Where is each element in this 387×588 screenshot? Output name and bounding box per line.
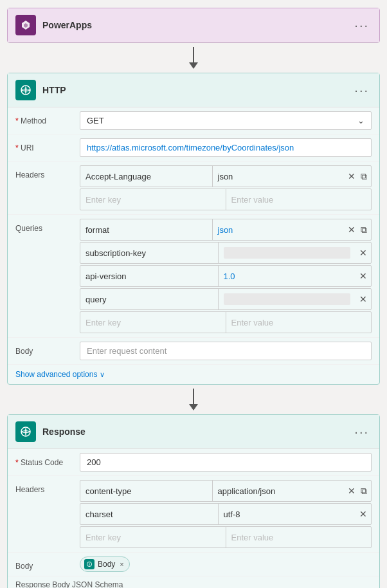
query-row-3: api-version 1.0 ✕ [80,265,372,287]
powerapps-header: PowerApps ··· [8,8,379,42]
resp-header-key-2[interactable]: charset [80,504,219,524]
show-advanced-options[interactable]: Show advanced options ∨ [8,365,379,384]
header-row-2: Enter key Enter value [80,188,372,210]
header-key-1[interactable]: Accept-Language [80,166,213,187]
query-value-4[interactable] [219,289,356,309]
arrow-head-2 [189,404,198,410]
query-value-2[interactable] [219,243,356,263]
method-value: GET [87,116,104,125]
resp-header-value-1[interactable]: application/json [213,481,345,501]
chevron-down-icon-advanced: ∨ [100,371,105,379]
queries-field: format json ✕ ⧉ subscription-key [80,219,372,333]
body-row: Body Enter request content [8,338,379,365]
uri-input[interactable]: https://atlas.microsoft.com/timezone/byC… [80,138,372,157]
query-key-4[interactable]: query [80,289,219,309]
response-body-row: Body Body × [8,553,379,576]
resp-header-delete-1[interactable]: ✕ [346,484,357,497]
response-icon [15,421,36,442]
header-delete-1[interactable]: ✕ [346,170,357,183]
powerapps-title: PowerApps [42,20,345,30]
response-body: Status Code 200 Headers content-type app… [8,449,379,588]
method-field: GET ⌄ [80,111,372,130]
header-key-2[interactable]: Enter key [80,189,226,210]
resp-header-copy-1[interactable]: ⧉ [359,484,368,498]
query-actions-4: ✕ [356,293,371,306]
query-value-3[interactable]: 1.0 [219,266,356,286]
http-menu-dots[interactable]: ··· [352,82,372,98]
response-headers-label: Headers [15,480,80,494]
body-field: Enter request content [80,342,372,360]
queries-row: Queries format json ✕ ⧉ subscription-key [8,215,379,338]
headers-label: Headers [15,165,80,179]
resp-header-value-3[interactable]: Enter value [226,527,372,547]
arrow-line [193,47,194,62]
resp-header-key-3[interactable]: Enter key [80,527,226,547]
resp-header-row-3: Enter key Enter value [80,526,372,548]
http-header: HTTP ··· [8,73,379,107]
response-headers-field: content-type application/json ✕ ⧉ charse… [80,480,372,548]
body-tag-close-icon[interactable]: × [120,560,123,568]
powerapps-card: PowerApps ··· [7,8,380,43]
body-tag-pill: Body × [80,556,130,572]
header-actions-1: ✕ ⧉ [344,170,371,183]
http-icon [15,80,36,100]
query-key-1[interactable]: format [80,219,213,240]
resp-header-actions-2: ✕ [356,508,371,520]
body-tag-icon [84,559,94,569]
query-actions-3: ✕ [356,270,371,282]
response-title: Response [42,427,345,437]
resp-header-key-1[interactable]: content-type [80,481,213,501]
header-copy-1[interactable]: ⧉ [359,170,368,183]
chevron-down-icon: ⌄ [357,116,364,125]
method-dropdown[interactable]: GET ⌄ [80,111,372,130]
query-delete-3[interactable]: ✕ [358,270,368,282]
query-row-5: Enter key Enter value [80,311,372,333]
body-input[interactable]: Enter request content [80,342,372,360]
method-row: Method GET ⌄ [8,107,379,134]
query-copy-1[interactable]: ⧉ [359,223,368,237]
body-label: Body [15,342,80,356]
query-value-1[interactable]: json [213,219,345,240]
body-tag-label: Body [98,560,115,569]
show-advanced-label: Show advanced options [15,370,97,379]
http-title: HTTP [42,85,345,95]
header-value-2[interactable]: Enter value [226,189,372,210]
response-card: Response ··· Status Code 200 Headers con… [7,414,380,588]
json-schema-label: Response Body JSON Schema [8,576,379,588]
query-key-5[interactable]: Enter key [80,312,226,333]
response-menu-dots[interactable]: ··· [352,424,372,439]
powerapps-menu-dots[interactable]: ··· [352,17,372,33]
query-actions-2: ✕ [356,246,371,259]
uri-label: URI [15,138,80,152]
queries-label: Queries [15,219,80,233]
response-body-field: Body × [80,556,372,572]
resp-header-delete-2[interactable]: ✕ [358,508,368,520]
uri-field: https://atlas.microsoft.com/timezone/byC… [80,138,372,157]
arrow-line-2 [193,389,194,404]
headers-field: Accept-Language json ✕ ⧉ Enter key Enter… [80,165,372,210]
header-value-1[interactable]: json [213,166,345,187]
query-actions-1: ✕ ⧉ [344,223,371,237]
query-value-5[interactable]: Enter value [226,312,372,333]
status-code-input[interactable]: 200 [80,453,372,472]
uri-row: URI https://atlas.microsoft.com/timezone… [8,134,379,161]
http-body: Method GET ⌄ URI https://atlas.microsoft… [8,107,379,384]
arrow-connector-2 [189,389,198,410]
query-row-1: format json ✕ ⧉ [80,219,372,241]
query-delete-4[interactable]: ✕ [358,293,368,306]
query-row-4: query ✕ [80,288,372,310]
resp-header-value-2[interactable]: utf-8 [219,504,356,524]
query-delete-1[interactable]: ✕ [346,223,357,236]
query-key-2[interactable]: subscription-key [80,243,219,263]
status-code-row: Status Code 200 [8,449,379,476]
powerapps-icon [15,15,36,35]
method-label: Method [15,111,80,125]
resp-header-row-1: content-type application/json ✕ ⧉ [80,480,372,502]
status-code-field: 200 [80,453,372,472]
query-delete-2[interactable]: ✕ [358,246,368,259]
query-row-2: subscription-key ✕ [80,242,372,264]
response-headers-row: Headers content-type application/json ✕ … [8,476,379,553]
status-code-label: Status Code [15,453,80,467]
header-row-1: Accept-Language json ✕ ⧉ [80,165,372,187]
query-key-3[interactable]: api-version [80,266,219,286]
